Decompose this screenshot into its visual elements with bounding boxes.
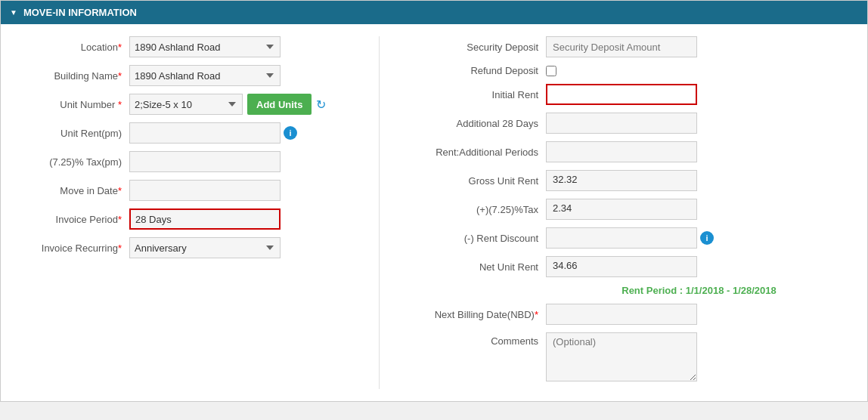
invoice-period-label: Invoice Period* — [16, 214, 129, 225]
rent-discount-label: (-) Rent Discount — [402, 233, 546, 244]
refund-deposit-row: Refund Deposit — [402, 65, 852, 76]
comments-label: Comments — [402, 332, 546, 347]
unit-rent-input[interactable]: 35.00 — [129, 122, 281, 144]
next-billing-row: Next Billing Date(NBD)* 1/29/2018 — [402, 304, 852, 325]
security-deposit-label: Security Deposit — [402, 42, 546, 53]
right-tax-row: (+)(7.25)%Tax 2.34 — [402, 199, 852, 220]
tax-row: (7.25)% Tax(pm) 2.54 — [16, 151, 356, 172]
rent-discount-info-icon[interactable]: i — [700, 231, 714, 245]
refund-deposit-checkbox[interactable] — [546, 66, 556, 76]
panel-body: Location* 1890 Ashland Road Building Nam… — [1, 24, 867, 401]
location-select[interactable]: 1890 Ashland Road — [129, 36, 281, 57]
invoice-recurring-row: Invoice Recurring* Anniversary First of … — [16, 237, 356, 258]
unit-number-row: Unit Number * 2;Size-5 x 10 Add Units ↻ — [16, 94, 356, 115]
next-billing-label: Next Billing Date(NBD)* — [402, 309, 546, 320]
unit-number-label: Unit Number * — [16, 99, 129, 110]
rent-additional-row: Rent:Additional Periods 0 — [402, 141, 852, 162]
unit-rent-label: Unit Rent(pm) — [16, 128, 129, 139]
rent-period-text: Rent Period : 1/1/2018 - 1/28/2018 — [546, 285, 852, 296]
net-unit-rent-value: 34.66 — [546, 256, 697, 277]
security-deposit-row: Security Deposit — [402, 36, 852, 57]
left-section: Location* 1890 Ashland Road Building Nam… — [16, 36, 379, 389]
additional-28-label: Additional 28 Days — [402, 118, 546, 129]
security-deposit-input[interactable] — [546, 36, 697, 57]
invoice-recurring-label: Invoice Recurring* — [16, 242, 129, 254]
additional-28-row: Additional 28 Days 0 — [402, 113, 852, 134]
comments-row: Comments — [402, 332, 852, 381]
unit-row: 2;Size-5 x 10 Add Units ↻ — [129, 94, 326, 115]
gross-unit-rent-row: Gross Unit Rent 32.32 — [402, 170, 852, 191]
net-unit-rent-label: Net Unit Rent — [402, 261, 546, 273]
add-units-button[interactable]: Add Units — [247, 94, 312, 115]
unit-rent-row: Unit Rent(pm) 35.00 i — [16, 122, 356, 144]
chevron-icon: ▼ — [10, 8, 17, 17]
right-section: Security Deposit Refund Deposit Initial … — [379, 36, 852, 389]
initial-rent-label: Initial Rent — [402, 89, 546, 100]
right-tax-value: 2.34 — [546, 199, 697, 220]
tax-input[interactable]: 2.54 — [129, 151, 281, 172]
unit-rent-info-icon[interactable]: i — [284, 126, 297, 140]
rent-additional-input[interactable]: 0 — [546, 141, 697, 162]
building-name-row: Building Name* 1890 Ashland Road — [16, 65, 356, 86]
additional-28-input[interactable]: 0 — [546, 113, 697, 134]
initial-rent-input[interactable]: 32.32 — [546, 84, 697, 105]
next-billing-input[interactable]: 1/29/2018 — [546, 304, 697, 325]
move-in-panel: ▼ MOVE-IN INFORMATION Location* 1890 Ash… — [0, 0, 868, 402]
comments-textarea[interactable] — [546, 332, 697, 381]
tax-label: (7.25)% Tax(pm) — [16, 156, 129, 168]
invoice-period-select[interactable]: 28 Days Monthly Quarterly — [129, 208, 281, 230]
panel-title: MOVE-IN INFORMATION — [23, 7, 137, 18]
invoice-recurring-select[interactable]: Anniversary First of Month — [129, 237, 281, 258]
initial-rent-row: Initial Rent 32.32 — [402, 84, 852, 105]
panel-header[interactable]: ▼ MOVE-IN INFORMATION — [1, 1, 867, 24]
move-in-date-row: Move in Date* 1/1/2018 — [16, 180, 356, 201]
location-label: Location* — [16, 42, 129, 53]
building-name-select[interactable]: 1890 Ashland Road — [129, 65, 281, 86]
net-unit-rent-row: Net Unit Rent 34.66 — [402, 256, 852, 277]
rent-discount-row: (-) Rent Discount 0 i — [402, 227, 852, 249]
building-name-label: Building Name* — [16, 70, 129, 82]
rent-discount-input[interactable]: 0 — [546, 227, 697, 249]
refresh-icon[interactable]: ↻ — [316, 97, 326, 112]
unit-number-select[interactable]: 2;Size-5 x 10 — [129, 94, 243, 115]
move-in-date-label: Move in Date* — [16, 185, 129, 196]
refund-deposit-label: Refund Deposit — [402, 65, 546, 76]
rent-additional-label: Rent:Additional Periods — [402, 147, 546, 158]
invoice-period-row: Invoice Period* 28 Days Monthly Quarterl… — [16, 208, 356, 230]
location-row: Location* 1890 Ashland Road — [16, 36, 356, 57]
gross-unit-rent-label: Gross Unit Rent — [402, 175, 546, 187]
right-tax-label: (+)(7.25)%Tax — [402, 204, 546, 215]
gross-unit-rent-value: 32.32 — [546, 170, 697, 191]
move-in-date-input[interactable]: 1/1/2018 — [129, 180, 281, 201]
